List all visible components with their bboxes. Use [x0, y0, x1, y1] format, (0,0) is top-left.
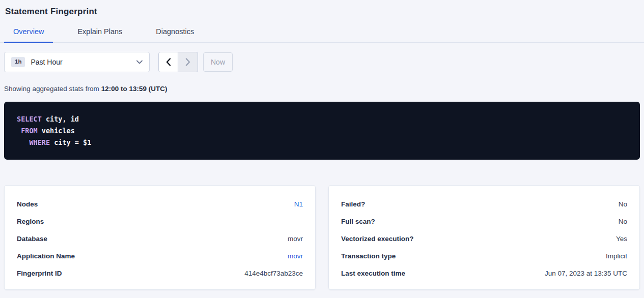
time-toolbar: 1h Past Hour Now	[4, 52, 640, 72]
next-interval-button[interactable]	[178, 52, 198, 72]
summary-row-value: movr	[288, 235, 303, 243]
tab-bar: Overview Explain Plans Diagnostics	[0, 27, 644, 43]
summary-row-label: Failed?	[341, 200, 365, 208]
summary-cards: NodesN1RegionsDatabasemovrApplication Na…	[4, 185, 640, 290]
summary-row-label: Vectorized execution?	[341, 235, 414, 243]
summary-row-value-link[interactable]: movr	[288, 252, 303, 260]
summary-row-label: Last execution time	[341, 270, 405, 277]
tab-explain-plans[interactable]: Explain Plans	[68, 27, 131, 42]
summary-row: Transaction typeImplicit	[341, 247, 627, 264]
summary-row: Application Namemovr	[17, 247, 303, 264]
summary-row: Fingerprint ID414e4bcf73ab23ce	[17, 264, 303, 282]
summary-row-label: Nodes	[17, 200, 38, 208]
aggregated-stats-prefix: Showing aggregated stats from	[4, 85, 99, 93]
sql-line: SELECT city, id	[17, 113, 628, 125]
summary-row: Databasemovr	[17, 230, 303, 247]
summary-row-value: Implicit	[606, 252, 627, 260]
summary-row-value: No	[619, 200, 627, 208]
summary-row: Full scan?No	[341, 213, 627, 230]
summary-row-label: Application Name	[17, 252, 75, 260]
sql-statement-text: SELECT city, id FROM vehicles WHERE city…	[17, 113, 628, 148]
chevron-left-icon	[166, 58, 171, 66]
statement-fingerprint-page: Statement Fingerprint Overview Explain P…	[0, 0, 644, 290]
summary-row-value-link[interactable]: N1	[294, 200, 303, 208]
summary-row-value: Yes	[616, 235, 627, 243]
sql-line: FROM vehicles	[17, 125, 628, 137]
summary-row-label: Full scan?	[341, 218, 375, 225]
time-interval-badge: 1h	[11, 57, 25, 67]
summary-row: Last execution timeJun 07, 2023 at 13:35…	[341, 264, 627, 282]
aggregated-stats-text: Showing aggregated stats from 12:00 to 1…	[4, 85, 640, 93]
summary-row-value: No	[619, 218, 627, 225]
tab-overview[interactable]: Overview	[4, 27, 53, 42]
summary-row: Regions	[17, 213, 303, 230]
summary-row-value: Jun 07, 2023 at 13:35 UTC	[545, 270, 627, 277]
execution-attributes-card: Failed?NoFull scan?NoVectorized executio…	[328, 185, 640, 290]
summary-row-label: Transaction type	[341, 252, 396, 260]
summary-row: Failed?No	[341, 195, 627, 213]
summary-row-label: Fingerprint ID	[17, 270, 62, 277]
summary-row-label: Regions	[17, 218, 44, 225]
summary-row-label: Database	[17, 235, 47, 243]
now-button[interactable]: Now	[203, 52, 233, 72]
interval-arrow-group	[158, 52, 198, 72]
sql-statement-box: SELECT city, id FROM vehicles WHERE city…	[4, 102, 640, 160]
summary-row-value: 414e4bcf73ab23ce	[244, 270, 303, 277]
statement-details-card: NodesN1RegionsDatabasemovrApplication Na…	[4, 185, 316, 290]
prev-interval-button[interactable]	[158, 52, 178, 72]
summary-row: Vectorized execution?Yes	[341, 230, 627, 247]
tab-diagnostics[interactable]: Diagnostics	[147, 27, 203, 42]
time-interval-label: Past Hour	[31, 58, 136, 66]
sql-line: WHERE city = $1	[17, 137, 628, 148]
summary-row: NodesN1	[17, 195, 303, 213]
chevron-right-icon	[185, 58, 190, 66]
aggregated-stats-range: 12:00 to 13:59 (UTC)	[101, 85, 167, 93]
chevron-down-icon	[136, 60, 143, 64]
page-title: Statement Fingerprint	[0, 0, 644, 17]
time-interval-dropdown[interactable]: 1h Past Hour	[4, 52, 150, 72]
